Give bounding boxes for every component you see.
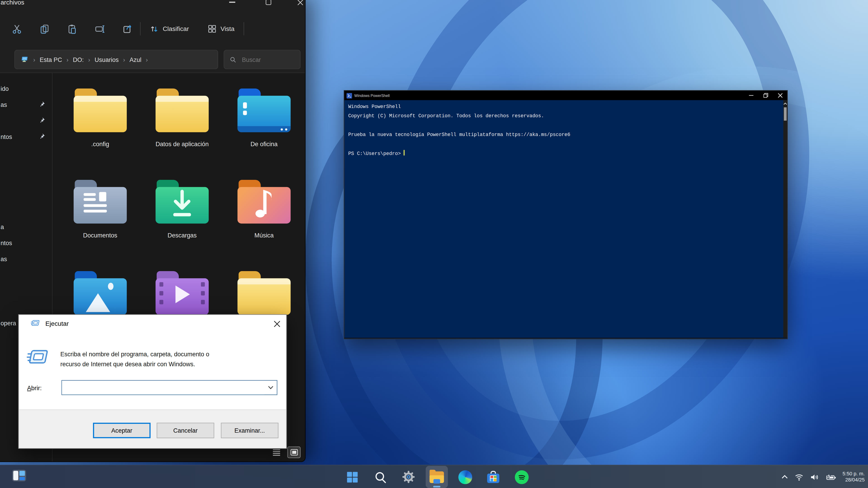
cancel-button[interactable]: Cancelar bbox=[157, 423, 214, 438]
paste-button[interactable] bbox=[63, 20, 81, 38]
close-button[interactable] bbox=[272, 319, 281, 328]
run-dialog-titlebar[interactable]: Ejecutar bbox=[19, 315, 286, 332]
sidebar-item[interactable]: as bbox=[0, 101, 7, 108]
restore-button[interactable] bbox=[758, 91, 773, 100]
folder-item[interactable]: Datos de aplicación bbox=[141, 89, 223, 180]
taskbar: 5:50 p. m. 28/04/25 bbox=[0, 465, 868, 488]
edge-button[interactable] bbox=[454, 466, 476, 488]
sidebar-item[interactable]: opera bbox=[0, 320, 16, 326]
restore-icon bbox=[763, 93, 768, 98]
scroll-up-icon[interactable] bbox=[783, 102, 787, 106]
run-dialog-message: Escriba el nombre del programa, carpeta,… bbox=[60, 349, 271, 369]
run-dialog: Ejecutar Escriba el nombre del programa,… bbox=[18, 314, 287, 449]
folder-documents-icon bbox=[74, 180, 127, 224]
system-tray: 5:50 p. m. 28/04/25 bbox=[781, 465, 865, 488]
close-button[interactable] bbox=[289, 0, 305, 7]
pin-icon bbox=[39, 101, 45, 107]
breadcrumb-chevron: › bbox=[146, 56, 148, 63]
message-line: recurso de Internet que desea abrir con … bbox=[60, 359, 271, 369]
battery-charging-icon bbox=[825, 473, 836, 481]
folder-item[interactable]: De oficina bbox=[223, 89, 305, 180]
sort-button[interactable]: Clasificar bbox=[144, 20, 195, 38]
window-edge bbox=[344, 337, 787, 339]
pin-icon bbox=[39, 133, 45, 139]
folder-icon bbox=[74, 89, 127, 133]
thumbnails-view-icon bbox=[290, 449, 298, 456]
minimize-button[interactable] bbox=[744, 91, 758, 100]
wifi-icon bbox=[794, 473, 804, 481]
sidebar-item[interactable]: as bbox=[0, 256, 7, 262]
rename-icon bbox=[94, 24, 105, 34]
widgets-icon bbox=[12, 470, 26, 481]
sidebar-item[interactable]: ntos bbox=[0, 239, 12, 246]
battery-button[interactable] bbox=[825, 473, 836, 481]
folder-item[interactable]: Documentos bbox=[59, 180, 141, 271]
breadcrumb-item-esta-pc[interactable]: Esta PC bbox=[40, 56, 62, 63]
powershell-titlebar[interactable]: Windows PowerShell bbox=[344, 91, 787, 100]
taskbar-center bbox=[341, 466, 532, 488]
maximize-button[interactable] bbox=[257, 0, 280, 7]
folder-label: Documentos bbox=[65, 232, 135, 239]
widgets-button[interactable] bbox=[12, 470, 26, 481]
explorer-titlebar[interactable]: archivos bbox=[0, 0, 305, 15]
powershell-console[interactable]: Windows PowerShellCopyright (C) Microsof… bbox=[344, 100, 783, 337]
scrollbar[interactable] bbox=[783, 100, 787, 337]
search-icon bbox=[374, 470, 386, 483]
breadcrumb[interactable]: › Esta PC › DO: › Usuarios › Azul › bbox=[14, 50, 218, 69]
folder-icon bbox=[156, 89, 209, 133]
breadcrumb-item-usuarios[interactable]: Usuarios bbox=[95, 56, 119, 63]
store-button[interactable] bbox=[482, 466, 504, 488]
sidebar-item[interactable]: ido bbox=[0, 85, 8, 92]
combo-dropdown-button[interactable] bbox=[265, 381, 277, 394]
breadcrumb-item-drive[interactable]: DO: bbox=[73, 56, 84, 63]
start-button[interactable] bbox=[341, 466, 363, 488]
file-explorer-button[interactable] bbox=[426, 466, 448, 488]
open-input[interactable] bbox=[62, 381, 265, 394]
scrollbar-thumb[interactable] bbox=[784, 107, 786, 121]
breadcrumb-chevron: › bbox=[66, 56, 68, 63]
console-line: Prueba la nueva tecnología PowerShell mu… bbox=[348, 131, 783, 140]
wifi-button[interactable] bbox=[794, 473, 804, 481]
sidebar-item[interactable]: a bbox=[0, 223, 4, 230]
settings-button[interactable] bbox=[397, 466, 420, 488]
clock-time: 5:50 p. m. bbox=[842, 471, 865, 477]
folder-icon bbox=[238, 271, 291, 315]
thumbnails-view-button[interactable] bbox=[287, 447, 301, 458]
folder-label: Música bbox=[228, 232, 299, 239]
search-box[interactable] bbox=[223, 50, 301, 69]
run-dialog-footer: Aceptar Cancelar Examinar... bbox=[19, 410, 286, 448]
powershell-window-title: Windows PowerShell bbox=[354, 94, 390, 97]
folder-item[interactable]: Descargas bbox=[141, 180, 223, 271]
browse-button[interactable]: Examinar... bbox=[221, 423, 278, 438]
folder-videos-icon bbox=[156, 271, 209, 315]
chevron-down-icon bbox=[268, 386, 273, 390]
folder-item[interactable]: Música bbox=[223, 180, 305, 271]
close-button[interactable] bbox=[773, 91, 787, 100]
console-line: Copyright (C) Microsoft Corporation. Tod… bbox=[348, 112, 783, 121]
view-label: Vista bbox=[220, 26, 235, 32]
open-combobox[interactable] bbox=[61, 380, 277, 395]
download-arrow bbox=[156, 187, 209, 224]
powershell-window: Windows PowerShell Windows PowerShellCop… bbox=[344, 90, 788, 339]
view-grid-icon bbox=[208, 24, 217, 33]
folder-label: Datos de aplicación bbox=[147, 140, 217, 148]
spotify-button[interactable] bbox=[510, 466, 532, 488]
rename-button[interactable] bbox=[90, 20, 109, 38]
accept-button[interactable]: Aceptar bbox=[93, 423, 151, 438]
cut-button[interactable] bbox=[7, 20, 26, 38]
sidebar-item[interactable]: ntos bbox=[0, 133, 12, 140]
minimize-button[interactable] bbox=[221, 0, 243, 7]
maximize-icon bbox=[266, 0, 271, 5]
console-cursor bbox=[403, 150, 405, 156]
search-button[interactable] bbox=[369, 466, 391, 488]
breadcrumb-item-azul[interactable]: Azul bbox=[129, 56, 141, 63]
tray-overflow-button[interactable] bbox=[781, 474, 788, 480]
share-button[interactable] bbox=[118, 20, 137, 38]
folder-item[interactable]: .config bbox=[59, 89, 141, 180]
view-button[interactable]: Vista bbox=[202, 20, 240, 38]
search-input[interactable] bbox=[241, 56, 290, 63]
volume-button[interactable] bbox=[810, 473, 819, 481]
taskbar-clock[interactable]: 5:50 p. m. 28/04/25 bbox=[842, 471, 865, 483]
copy-button[interactable] bbox=[35, 20, 54, 38]
close-icon bbox=[297, 0, 303, 5]
